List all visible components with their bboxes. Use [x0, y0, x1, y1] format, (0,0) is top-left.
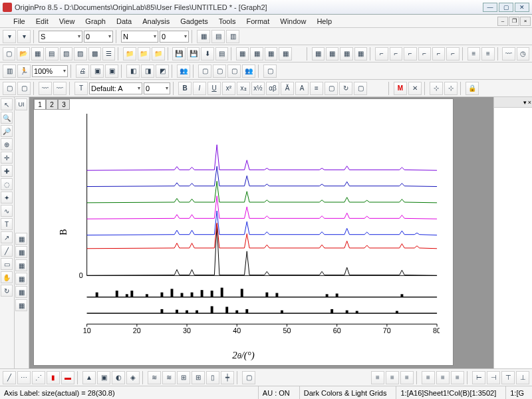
- mdi-minimize[interactable]: –: [497, 17, 508, 26]
- align-a4-icon[interactable]: ⊥: [516, 371, 529, 384]
- new-project-icon[interactable]: ▢: [3, 47, 15, 61]
- tpl4-icon[interactable]: ▦: [15, 273, 27, 285]
- fill-color-button[interactable]: ▾: [17, 30, 31, 43]
- tool4-icon[interactable]: ▦: [279, 47, 291, 61]
- arrange1-icon[interactable]: ≡: [371, 371, 384, 384]
- pe-icon[interactable]: UI: [15, 98, 27, 110]
- zoom-out-icon[interactable]: 🔎: [1, 125, 13, 137]
- plot-box-icon[interactable]: ▯: [206, 371, 219, 384]
- ax2-icon[interactable]: ⌐: [390, 47, 402, 61]
- ruler1-icon[interactable]: 〰: [39, 82, 52, 95]
- hl2-icon[interactable]: ▢: [213, 65, 226, 78]
- group-icon[interactable]: 👥: [177, 65, 190, 78]
- supersub-icon[interactable]: x½: [251, 82, 265, 95]
- grid-icon[interactable]: ▦: [197, 30, 210, 43]
- run-icon[interactable]: 🏃: [17, 65, 31, 78]
- hl4-icon[interactable]: 👥: [242, 65, 255, 78]
- layout3-icon[interactable]: ▦: [340, 47, 352, 61]
- lock2-icon[interactable]: ▢: [17, 82, 31, 95]
- line-width-combo[interactable]: 0▾: [84, 31, 113, 43]
- tpl6-icon[interactable]: ▦: [15, 299, 27, 311]
- plot-scatter-icon[interactable]: ⋯: [17, 371, 31, 384]
- snap1-icon[interactable]: ⊹: [430, 82, 443, 95]
- open-template-icon[interactable]: 📁: [138, 47, 150, 61]
- mdi-restore[interactable]: ❐: [509, 17, 519, 26]
- highlight-icon[interactable]: ▢: [325, 82, 338, 95]
- arrow-icon[interactable]: ↗: [1, 231, 13, 243]
- ax1-icon[interactable]: ⌐: [375, 47, 388, 61]
- graph-window[interactable]: 1 2 3 B 10203040506070800 2θ/(°): [33, 98, 454, 366]
- underline-button[interactable]: U: [207, 82, 221, 95]
- save-template-icon[interactable]: 💾: [187, 47, 200, 61]
- region-icon[interactable]: ◌: [1, 178, 13, 190]
- superscript-icon[interactable]: x²: [222, 82, 235, 95]
- font-combo[interactable]: Default: A▾: [89, 82, 142, 94]
- align-a3-icon[interactable]: ⊤: [501, 371, 515, 384]
- pin-icon[interactable]: ▾: [523, 99, 527, 106]
- reader-icon[interactable]: ✛: [1, 152, 13, 164]
- copy-page-icon[interactable]: ▥: [3, 65, 16, 78]
- menu-gadgets[interactable]: Gadgets: [180, 17, 208, 25]
- fill-pattern-val-combo[interactable]: 0▾: [160, 31, 189, 43]
- arrange4-icon[interactable]: ≡: [422, 371, 435, 384]
- mask-m-button[interactable]: M: [394, 82, 407, 95]
- ax5-icon[interactable]: ⌐: [432, 47, 445, 61]
- antialias-icon[interactable]: 〰: [502, 47, 515, 61]
- arrange3-icon[interactable]: ≡: [400, 371, 414, 384]
- plot-sp2-icon[interactable]: ≋: [162, 371, 176, 384]
- tpl1-icon[interactable]: ▦: [15, 233, 27, 245]
- plot-sp4-icon[interactable]: ⊞: [192, 371, 205, 384]
- arrange5-icon[interactable]: ≡: [436, 371, 450, 384]
- align-left-icon[interactable]: ≡: [310, 82, 323, 95]
- fill-pattern-combo[interactable]: N▾: [121, 31, 158, 43]
- grid2-icon[interactable]: ▤: [211, 30, 225, 43]
- save-icon[interactable]: 💾: [172, 47, 185, 61]
- menu-data[interactable]: Data: [116, 17, 132, 25]
- misc-icon[interactable]: ▢: [263, 65, 277, 78]
- line-icon[interactable]: ╱: [1, 245, 13, 257]
- menu-tools[interactable]: Tools: [219, 17, 236, 25]
- plot-linescatter-icon[interactable]: ⋰: [32, 371, 45, 384]
- layout4-icon[interactable]: ▦: [354, 47, 367, 61]
- minimize-button[interactable]: —: [483, 3, 497, 12]
- maximize-button[interactable]: ▢: [499, 3, 513, 12]
- link-icon[interactable]: ▢: [354, 82, 367, 95]
- italic-button[interactable]: I: [193, 82, 206, 95]
- matrix-icon[interactable]: ▨: [74, 47, 86, 61]
- preview2-icon[interactable]: ▣: [105, 65, 118, 78]
- zoom-in-icon[interactable]: 🔍: [1, 112, 13, 124]
- ax4-icon[interactable]: ⌐: [418, 47, 431, 61]
- draw-icon[interactable]: ∿: [1, 205, 13, 217]
- hl1-icon[interactable]: ▢: [198, 65, 211, 78]
- grid3-icon[interactable]: ▥: [226, 30, 239, 43]
- arrange6-icon[interactable]: ≡: [451, 371, 464, 384]
- align2-icon[interactable]: ≡: [481, 47, 494, 61]
- tool1-icon[interactable]: ▦: [236, 47, 249, 61]
- layout2-icon[interactable]: ▦: [326, 47, 338, 61]
- line-color-button[interactable]: ▾: [3, 30, 16, 43]
- lock1-icon[interactable]: ▢: [3, 82, 16, 95]
- pointer-icon[interactable]: ↖: [1, 98, 13, 110]
- align-a2-icon[interactable]: ⊣: [487, 371, 500, 384]
- edit3-icon[interactable]: ◩: [156, 65, 169, 78]
- snap2-icon[interactable]: ⊹: [444, 82, 458, 95]
- batch-icon[interactable]: ▤: [215, 47, 228, 61]
- align1-icon[interactable]: ≡: [467, 47, 480, 61]
- tpl3-icon[interactable]: ▦: [15, 259, 27, 271]
- edit2-icon[interactable]: ◨: [141, 65, 154, 78]
- plot-sp1-icon[interactable]: ≋: [148, 371, 161, 384]
- plot-stack-icon[interactable]: ▣: [97, 371, 110, 384]
- edit1-icon[interactable]: ◧: [126, 65, 140, 78]
- plot-area-icon[interactable]: ▲: [82, 371, 96, 384]
- menu-window[interactable]: Window: [280, 17, 306, 25]
- preview1-icon[interactable]: ▣: [90, 65, 104, 78]
- text-icon[interactable]: T: [1, 218, 13, 230]
- open-excel-icon[interactable]: 📁: [152, 47, 164, 61]
- plot-3d-icon[interactable]: ◈: [126, 371, 140, 384]
- hand-icon[interactable]: ✋: [1, 271, 13, 283]
- y-axis-label[interactable]: B: [59, 229, 69, 235]
- mask-icon[interactable]: ✦: [1, 192, 13, 203]
- menu-edit[interactable]: Edit: [36, 17, 49, 25]
- arrange2-icon[interactable]: ≡: [386, 371, 399, 384]
- greek-icon[interactable]: αβ: [266, 82, 279, 95]
